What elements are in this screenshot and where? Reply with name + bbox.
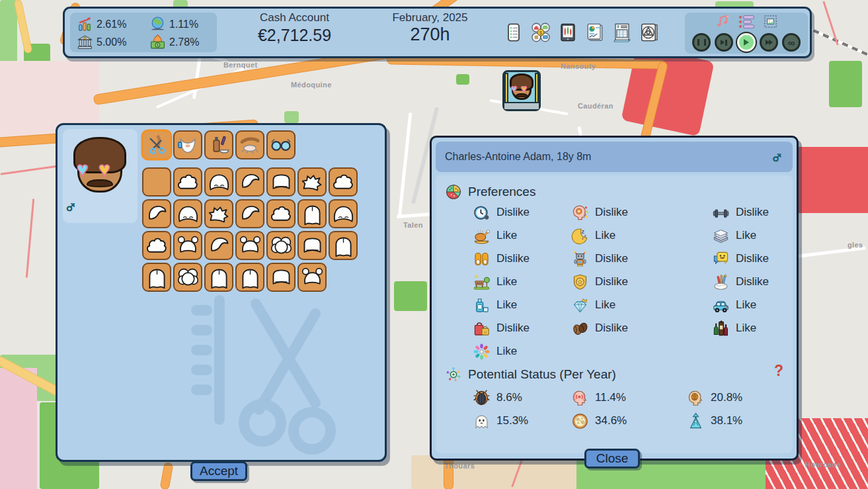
- status-value: 8.6%: [496, 391, 522, 404]
- head-gears-icon: [571, 204, 589, 222]
- pause-icon: [697, 39, 706, 46]
- step-play-icon: [721, 40, 727, 46]
- ledger-button[interactable]: [611, 21, 633, 44]
- tab-eyebrows[interactable]: [235, 130, 264, 159]
- fast-forward-icon: [766, 40, 773, 45]
- map-label: gles: [848, 241, 863, 249]
- map-zone: [0, 368, 37, 489]
- hair-option[interactable]: [204, 263, 233, 292]
- top-status-bar: 2.61% 1.11% 5.00% 2.78% Cash Account €2,…: [63, 7, 812, 58]
- hair-option[interactable]: [142, 199, 171, 228]
- preferences-title: Preferences: [468, 185, 535, 199]
- tab-glasses[interactable]: [266, 130, 296, 159]
- hair-option[interactable]: [329, 167, 358, 197]
- hair-option[interactable]: [329, 231, 358, 260]
- potential-status-title: Potential Status (Per Year): [468, 367, 616, 382]
- money-burn-icon: [149, 34, 166, 50]
- preference-value: Like: [496, 298, 517, 312]
- hair-option[interactable]: [235, 263, 264, 292]
- hair-option[interactable]: [266, 231, 296, 260]
- preference-value: Like: [595, 298, 615, 312]
- flower-icon: [473, 343, 491, 361]
- report-button[interactable]: [584, 21, 606, 44]
- secret-book-button[interactable]: [638, 21, 660, 44]
- hair-option[interactable]: [329, 199, 358, 228]
- tab-hair-dye[interactable]: [204, 130, 233, 159]
- stat-growth: 1.11%: [149, 16, 198, 32]
- map-label: Thouars: [444, 462, 475, 470]
- hair-option[interactable]: [142, 231, 171, 260]
- map-park: [284, 111, 299, 123]
- hairstyle-grid: [142, 167, 358, 292]
- eyebrows-icon: [239, 134, 261, 156]
- heart-sunglasses-left: ♥: [511, 83, 517, 93]
- hair-option[interactable]: [204, 231, 233, 260]
- beard-icon: [177, 134, 199, 156]
- hair-option[interactable]: [297, 167, 327, 197]
- chart-up-icon: [77, 16, 93, 32]
- hair-option[interactable]: [235, 199, 264, 228]
- preference-item: Like: [571, 226, 628, 245]
- playlist-icon[interactable]: [739, 14, 754, 29]
- hair-option[interactable]: [297, 199, 327, 228]
- character-map-marker[interactable]: ♥ ♥: [502, 70, 541, 111]
- tab-haircut[interactable]: [142, 130, 171, 159]
- assets-icon: [530, 22, 551, 43]
- preference-value: Dislike: [736, 275, 769, 289]
- map-label: Bernquet: [223, 61, 257, 69]
- hair-option[interactable]: [173, 263, 202, 292]
- preferences-header: Preferences: [445, 183, 535, 200]
- roast-chicken-icon: [473, 227, 491, 245]
- fast-forward-button[interactable]: [760, 33, 778, 52]
- phone-tasks-icon: [503, 22, 524, 43]
- character-info-content: Preferences Dislike Like Dislike Like Li…: [436, 175, 793, 453]
- hair-option[interactable]: [204, 167, 233, 197]
- hair-option[interactable]: [297, 263, 327, 292]
- assets-button[interactable]: [530, 21, 552, 44]
- preference-item: Like: [473, 342, 530, 361]
- close-button[interactable]: Close: [584, 449, 640, 468]
- status-value: 11.4%: [595, 391, 626, 404]
- status-column-3: 20.8% 38.1%: [687, 388, 742, 430]
- help-question-mark[interactable]: ?: [774, 362, 783, 380]
- music-icon[interactable]: [715, 14, 730, 29]
- hair-option[interactable]: [204, 199, 233, 228]
- play-button[interactable]: [737, 33, 756, 52]
- stock-chart-button[interactable]: [557, 21, 579, 44]
- hair-option[interactable]: [173, 231, 202, 260]
- hair-option[interactable]: [173, 199, 202, 228]
- preference-item: Dislike: [571, 249, 628, 268]
- preference-item: Dislike: [712, 273, 769, 291]
- hair-option[interactable]: [235, 167, 264, 197]
- phone-tasks-button[interactable]: [502, 21, 525, 44]
- status-value: 38.1%: [711, 414, 742, 427]
- preference-item: Like: [712, 296, 769, 314]
- economy-stats-box: 2.61% 1.11% 5.00% 2.78%: [70, 13, 217, 52]
- hair-option[interactable]: [235, 231, 264, 260]
- paper-stack-icon: [712, 227, 730, 245]
- preference-item: Like: [712, 319, 769, 337]
- current-month: February, 2025: [369, 11, 491, 24]
- step-play-button[interactable]: [715, 33, 733, 52]
- hair-option[interactable]: [266, 167, 296, 197]
- hair-option-bald[interactable]: [142, 167, 171, 197]
- time-control-box: ∞: [685, 13, 808, 54]
- hair-option[interactable]: [266, 263, 296, 292]
- tab-beard[interactable]: [173, 130, 202, 159]
- hair-option[interactable]: [142, 263, 171, 292]
- stat-value: 2.78%: [169, 36, 199, 48]
- car-icon: [712, 296, 730, 314]
- preferences-pie-icon: [445, 183, 462, 200]
- pause-button[interactable]: [692, 33, 711, 52]
- secret-book-icon: [639, 22, 660, 43]
- accept-button[interactable]: Accept: [190, 461, 247, 481]
- preference-value: Dislike: [595, 322, 628, 335]
- max-speed-button[interactable]: ∞: [782, 33, 801, 52]
- preference-item: Like: [712, 226, 769, 245]
- hair-option[interactable]: [266, 199, 296, 228]
- hair-option[interactable]: [173, 167, 202, 197]
- hair-option[interactable]: [297, 231, 327, 260]
- art-supplies-icon: [712, 273, 730, 291]
- status-value: 20.8%: [711, 391, 742, 404]
- screenshot-icon[interactable]: [763, 14, 778, 29]
